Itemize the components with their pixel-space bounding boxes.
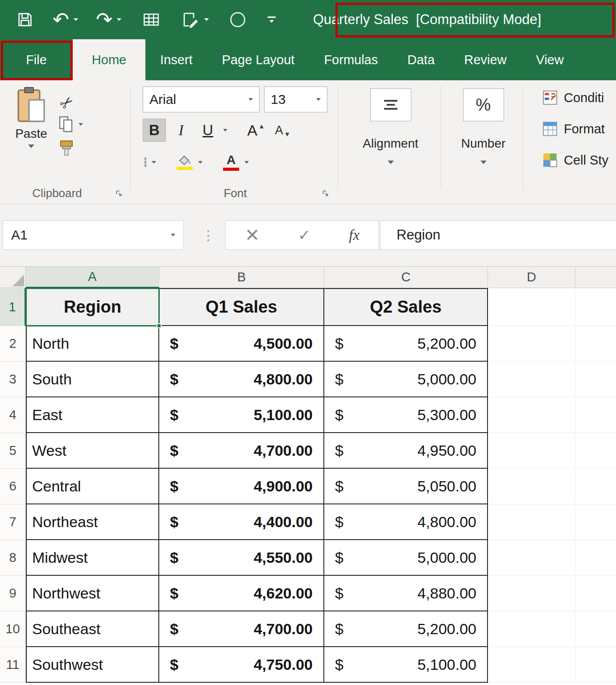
- redo-button[interactable]: ↷: [96, 5, 112, 34]
- customize-quick-access-button[interactable]: [268, 5, 276, 34]
- cancel-button[interactable]: ✕: [245, 225, 260, 245]
- paste-button[interactable]: Paste: [10, 87, 53, 148]
- underline-dropdown-arrow[interactable]: [223, 129, 227, 132]
- tab-page-layout[interactable]: Page Layout: [207, 39, 310, 80]
- font-color-button[interactable]: A: [223, 154, 239, 171]
- row-header[interactable]: 11: [0, 647, 26, 683]
- cell-q1-sales[interactable]: $ 4,900.00: [159, 469, 324, 504]
- cell-q2-sales[interactable]: $ 5,100.00: [324, 647, 488, 683]
- cell-empty[interactable]: [488, 611, 575, 647]
- cell-empty[interactable]: [488, 504, 575, 540]
- cell-empty[interactable]: [488, 288, 575, 326]
- cell-region[interactable]: West: [26, 433, 159, 469]
- conditional-formatting-button[interactable]: Conditi: [542, 90, 604, 105]
- cell-region[interactable]: South: [26, 362, 159, 397]
- tab-home[interactable]: Home: [73, 39, 145, 80]
- row-header[interactable]: 5: [0, 433, 26, 469]
- cell-region[interactable]: Northeast: [26, 504, 159, 540]
- cell-q1-sales[interactable]: $ 4,550.00: [159, 540, 324, 576]
- edit-tool-button[interactable]: [181, 5, 200, 34]
- font-size-combobox[interactable]: 13: [264, 87, 327, 112]
- row-header[interactable]: 2: [0, 326, 26, 362]
- column-header-c[interactable]: C: [324, 267, 488, 288]
- format-painter-button[interactable]: [59, 140, 83, 158]
- cell-region[interactable]: Southeast: [26, 611, 159, 647]
- font-dialog-launcher[interactable]: [322, 190, 330, 199]
- cell-region[interactable]: East: [26, 397, 159, 433]
- cell-empty[interactable]: [488, 469, 575, 504]
- cell-region[interactable]: Southwest: [26, 647, 159, 683]
- column-header-b[interactable]: B: [159, 267, 324, 288]
- row-header[interactable]: 4: [0, 397, 26, 433]
- cell-q2-sales[interactable]: $ 4,800.00: [324, 504, 488, 540]
- cell-empty[interactable]: [575, 504, 616, 540]
- alignment-button[interactable]: [370, 88, 411, 121]
- cell-q2-sales[interactable]: $ 5,200.00: [324, 611, 488, 647]
- bold-button[interactable]: B: [143, 119, 166, 142]
- cell-empty[interactable]: [488, 647, 575, 683]
- sync-button[interactable]: [230, 5, 245, 34]
- cell-q2-sales[interactable]: $ 5,300.00: [324, 397, 488, 433]
- cell-q1-sales[interactable]: $ 4,800.00: [159, 362, 324, 397]
- fill-handle[interactable]: [157, 323, 161, 328]
- cell-q1-sales[interactable]: $ 4,500.00: [159, 326, 324, 362]
- enter-button[interactable]: ✓: [298, 226, 311, 244]
- italic-button[interactable]: I: [170, 119, 193, 142]
- name-box[interactable]: A1: [3, 220, 184, 250]
- cell-empty[interactable]: [488, 326, 575, 362]
- cell-empty[interactable]: [575, 397, 616, 433]
- fill-color-button[interactable]: [177, 155, 193, 170]
- font-name-combobox[interactable]: Arial: [143, 87, 260, 112]
- cell-q1-sales[interactable]: $ 4,700.00: [159, 433, 324, 469]
- cell-q2-sales[interactable]: $ 4,880.00: [324, 576, 488, 611]
- save-button[interactable]: [16, 5, 34, 34]
- insert-function-button[interactable]: fx: [349, 227, 360, 243]
- tab-insert[interactable]: Insert: [145, 39, 207, 80]
- cell-q2-sales[interactable]: $ 5,200.00: [324, 326, 488, 362]
- cell-empty[interactable]: [575, 540, 616, 576]
- decrease-font-size-button[interactable]: A▼: [271, 119, 294, 142]
- cell-q1-sales[interactable]: $ 4,620.00: [159, 576, 324, 611]
- redo-dropdown[interactable]: [117, 5, 121, 34]
- cell-q2-sales[interactable]: $ 5,050.00: [324, 469, 488, 504]
- undo-button[interactable]: ↶: [53, 5, 69, 34]
- cell-q2-sales[interactable]: $ 4,950.00: [324, 433, 488, 469]
- cell-empty[interactable]: [575, 647, 616, 683]
- formula-bar-drag-handle[interactable]: ⋮: [202, 220, 215, 250]
- cell-region[interactable]: Northwest: [26, 576, 159, 611]
- cell-empty[interactable]: [575, 576, 616, 611]
- clipboard-dialog-launcher[interactable]: [115, 190, 123, 199]
- name-box-dropdown-arrow[interactable]: [171, 234, 175, 236]
- row-header[interactable]: 7: [0, 504, 26, 540]
- cell-empty[interactable]: [488, 540, 575, 576]
- select-all-button[interactable]: [0, 267, 26, 288]
- cut-button[interactable]: ✂: [56, 85, 86, 115]
- cell-empty[interactable]: [488, 433, 575, 469]
- number-dropdown-arrow[interactable]: [480, 161, 487, 164]
- borders-dropdown-arrow[interactable]: [152, 161, 156, 164]
- table-tool-button[interactable]: [142, 5, 161, 34]
- cell-region[interactable]: Midwest: [26, 540, 159, 576]
- row-header[interactable]: 6: [0, 469, 26, 504]
- undo-dropdown[interactable]: [74, 5, 78, 34]
- cell-empty[interactable]: [575, 326, 616, 362]
- column-header-partial[interactable]: [575, 267, 616, 288]
- column-header-d[interactable]: D: [488, 267, 575, 288]
- borders-button[interactable]: [145, 158, 146, 166]
- cell-empty[interactable]: [575, 611, 616, 647]
- cell-empty[interactable]: [575, 469, 616, 504]
- edit-tool-dropdown[interactable]: [204, 5, 209, 34]
- cell-q1-sales[interactable]: $ 4,400.00: [159, 504, 324, 540]
- fill-color-dropdown-arrow[interactable]: [198, 161, 203, 164]
- cell-q2-sales[interactable]: $ 5,000.00: [324, 362, 488, 397]
- cell-q1-sales[interactable]: $ 5,100.00: [159, 397, 324, 433]
- cell-q1-sales[interactable]: $ 4,700.00: [159, 611, 324, 647]
- row-header[interactable]: 8: [0, 540, 26, 576]
- cell-q2-sales[interactable]: $ 5,000.00: [324, 540, 488, 576]
- paste-dropdown-arrow[interactable]: [28, 144, 34, 148]
- number-format-button[interactable]: %: [463, 88, 504, 121]
- format-as-table-button[interactable]: Format: [542, 121, 605, 136]
- cell-empty[interactable]: [488, 362, 575, 397]
- cell-region[interactable]: North: [26, 326, 159, 362]
- row-header[interactable]: 10: [0, 611, 26, 647]
